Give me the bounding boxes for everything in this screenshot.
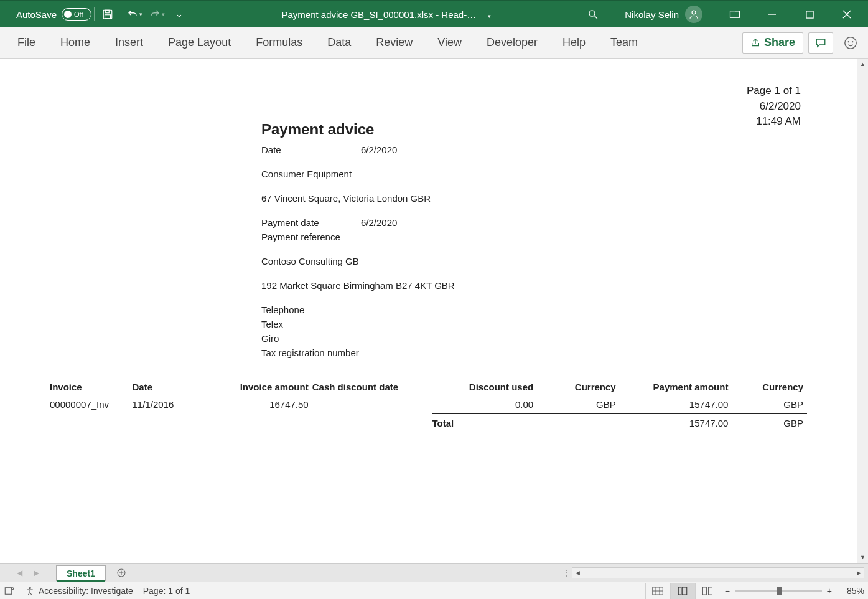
tab-team[interactable]: Team xyxy=(598,27,650,58)
tab-review[interactable]: Review xyxy=(363,27,425,58)
svg-rect-28 xyxy=(709,587,712,595)
total-label: Total xyxy=(432,414,537,433)
tab-home[interactable]: Home xyxy=(48,27,103,58)
tab-developer[interactable]: Developer xyxy=(474,27,550,58)
sheet-tab-active[interactable]: Sheet1 xyxy=(56,565,106,581)
ribbon: File Home Insert Page Layout Formulas Da… xyxy=(0,27,868,59)
macro-record-icon[interactable] xyxy=(4,585,15,597)
zoom-slider[interactable] xyxy=(735,590,822,592)
svg-rect-7 xyxy=(730,11,740,18)
share-button[interactable]: Share xyxy=(742,32,803,54)
th-invoice: Invoice xyxy=(50,379,133,395)
sheet-nav-arrows[interactable]: ◀ ▶ xyxy=(0,568,56,577)
cell-discount-used: 0.00 xyxy=(432,395,537,414)
comments-button[interactable] xyxy=(808,32,833,54)
view-page-break-button[interactable] xyxy=(695,583,720,599)
table-total-row: Total 15747.00 GBP xyxy=(50,414,807,433)
consumer-address: 67 Vincent Square, Victoria London GBR xyxy=(261,193,807,204)
search-icon[interactable] xyxy=(582,2,604,27)
workarea: Page 1 of 1 6/2/2020 11:49 AM Payment ad… xyxy=(0,59,868,563)
th-cash-discount-date: Cash discount date xyxy=(312,379,432,395)
tab-data[interactable]: Data xyxy=(315,27,363,58)
scroll-up-icon[interactable]: ▲ xyxy=(857,59,868,70)
document-page[interactable]: Page 1 of 1 6/2/2020 11:49 AM Payment ad… xyxy=(0,59,857,563)
accessibility-status[interactable]: Accessibility: Investigate xyxy=(25,586,133,596)
sheet-prev-icon[interactable]: ◀ xyxy=(17,568,22,577)
cell-cash-discount xyxy=(312,395,432,414)
date-value: 6/2/2020 xyxy=(361,144,397,155)
sheet-next-icon[interactable]: ▶ xyxy=(34,568,39,577)
print-date-text: 6/2/2020 xyxy=(747,99,801,115)
th-currency2: Currency xyxy=(732,379,807,395)
horizontal-scrollbar[interactable]: ◀ ▶ xyxy=(572,567,864,578)
svg-rect-25 xyxy=(678,587,681,595)
page-info: Page: 1 of 1 xyxy=(143,586,190,596)
view-buttons xyxy=(645,583,720,599)
autosave-toggle[interactable]: Off xyxy=(62,8,91,21)
zoom-thumb[interactable] xyxy=(777,587,782,595)
tab-options-icon[interactable]: ⋮ xyxy=(559,568,572,578)
ribbon-display-options-icon[interactable] xyxy=(717,2,752,27)
svg-point-14 xyxy=(852,41,853,42)
zoom-in-button[interactable]: + xyxy=(827,586,832,596)
filename-text: Payment advice GB_SI_000001.xlsx - Read-… xyxy=(282,9,477,20)
zoom-percentage[interactable]: 85% xyxy=(837,586,864,596)
sheet-tab-label: Sheet1 xyxy=(67,568,95,578)
svg-point-13 xyxy=(848,41,849,42)
title-dropdown-icon[interactable]: ▾ xyxy=(488,13,491,19)
tab-view[interactable]: View xyxy=(425,27,474,58)
minimize-button[interactable] xyxy=(755,2,790,27)
svg-rect-2 xyxy=(105,15,111,19)
svg-point-4 xyxy=(589,11,595,16)
customize-qat-button[interactable] xyxy=(169,2,190,27)
tab-file[interactable]: File xyxy=(5,27,48,58)
giro-label: Giro xyxy=(261,333,807,344)
maximize-button[interactable] xyxy=(792,2,827,27)
scroll-right-icon[interactable]: ▶ xyxy=(854,570,864,576)
redo-button[interactable]: ▾ xyxy=(146,2,167,27)
close-button[interactable] xyxy=(829,2,864,27)
print-time-text: 11:49 AM xyxy=(747,114,801,130)
svg-point-20 xyxy=(29,587,31,589)
svg-rect-26 xyxy=(682,587,687,595)
autosave-label: AutoSave xyxy=(16,9,57,20)
table-header-row: Invoice Date Invoice amount Cash discoun… xyxy=(50,379,807,395)
cell-currency2: GBP xyxy=(732,395,807,414)
vertical-scrollbar[interactable]: ▲ ▼ xyxy=(857,59,868,563)
save-icon[interactable] xyxy=(97,2,118,27)
invoice-table-wrap: Invoice Date Invoice amount Cash discoun… xyxy=(50,379,807,432)
telephone-label: Telephone xyxy=(261,304,807,315)
cell-currency1: GBP xyxy=(537,395,620,414)
status-bar: Accessibility: Investigate Page: 1 of 1 … xyxy=(0,582,868,599)
view-page-layout-button[interactable] xyxy=(670,583,695,599)
add-sheet-button[interactable] xyxy=(112,568,131,578)
th-date: Date xyxy=(133,379,200,395)
zoom-out-button[interactable]: − xyxy=(725,586,730,596)
total-currency: GBP xyxy=(732,414,807,433)
feedback-smiley-icon[interactable] xyxy=(838,32,863,54)
svg-point-6 xyxy=(692,11,696,14)
user-avatar[interactable] xyxy=(685,6,702,23)
view-normal-button[interactable] xyxy=(645,583,670,599)
svg-point-19 xyxy=(12,587,14,589)
svg-rect-9 xyxy=(806,11,813,17)
th-payment-amount: Payment amount xyxy=(620,379,732,395)
tab-page-layout[interactable]: Page Layout xyxy=(156,27,243,58)
svg-rect-1 xyxy=(105,10,109,13)
svg-point-12 xyxy=(845,37,856,48)
page-meta: Page 1 of 1 6/2/2020 11:49 AM xyxy=(747,83,801,130)
undo-button[interactable]: ▾ xyxy=(124,2,145,27)
document-title: Payment advice xyxy=(261,121,807,138)
tab-insert[interactable]: Insert xyxy=(103,27,156,58)
user-name: Nikolay Selin xyxy=(625,9,679,20)
th-invoice-amount: Invoice amount xyxy=(200,379,312,395)
consumer-name: Consumer Equipment xyxy=(261,169,807,179)
th-discount-used: Discount used xyxy=(432,379,537,395)
page-number-text: Page 1 of 1 xyxy=(747,83,801,99)
tab-help[interactable]: Help xyxy=(550,27,598,58)
scroll-down-icon[interactable]: ▼ xyxy=(857,552,868,563)
scroll-left-icon[interactable]: ◀ xyxy=(572,570,582,576)
tab-formulas[interactable]: Formulas xyxy=(243,27,315,58)
table-row: 00000007_Inv 11/1/2016 16747.50 0.00 GBP… xyxy=(50,395,807,414)
svg-rect-27 xyxy=(703,587,707,595)
